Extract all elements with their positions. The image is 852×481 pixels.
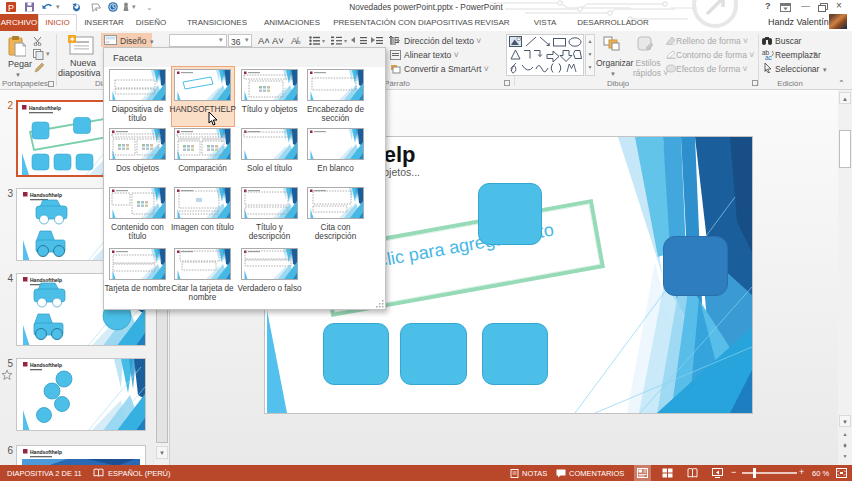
- svg-text:Handsofthelp: Handsofthelp: [30, 277, 62, 283]
- svg-text:ac: ac: [765, 54, 773, 60]
- svg-text:Handsofthelp: Handsofthelp: [30, 192, 62, 198]
- svg-text:Handsofthelp: Handsofthelp: [30, 449, 62, 455]
- svg-text:Handsofthelp: Handsofthelp: [30, 362, 62, 368]
- svg-text:▾: ▾: [322, 38, 325, 44]
- svg-text:Handsofthelp: Handsofthelp: [29, 105, 61, 111]
- svg-text:✦: ✦: [69, 35, 76, 44]
- svg-text:▾: ▾: [344, 38, 347, 44]
